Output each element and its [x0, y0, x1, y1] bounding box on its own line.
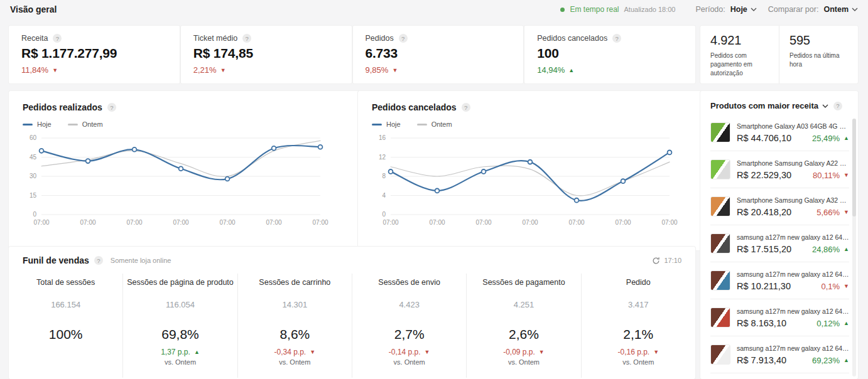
product-price-row: R$ 22.529,3080,11%▼: [737, 170, 849, 180]
svg-text:12: 12: [379, 154, 386, 161]
compare-select[interactable]: Ontem: [823, 5, 858, 14]
arrow-up-icon: ▲: [568, 67, 574, 73]
arrow-down-icon: ▼: [653, 349, 659, 355]
products-scrollbar[interactable]: [852, 119, 856, 376]
funnel-vs-label: vs. Ontem: [238, 358, 352, 366]
legend-item-hoje[interactable]: Hoje: [372, 120, 401, 128]
svg-text:15: 15: [30, 192, 37, 199]
legend-item-ontem[interactable]: Ontem: [68, 120, 103, 128]
arrow-down-icon: ▼: [539, 349, 545, 355]
kpi-label-row: Pedidos cancelados?: [537, 34, 683, 43]
product-thumbnail: [710, 196, 730, 216]
kpi-label: Receita: [21, 34, 48, 43]
product-thumbnail: [710, 159, 730, 179]
product-info: Smartphone Galaxy A03 64GB 4G Wi-…R$ 44.…: [737, 122, 849, 143]
product-list-item[interactable]: Smartphone Samsung Galaxy A32 12…R$ 20.4…: [710, 188, 849, 225]
topbar: Visão geral Em tempo real Atualizado 18:…: [0, 0, 868, 19]
orders-cancelled-chart-panel: Pedidos cancelados ? HojeOntem 048121607…: [358, 91, 723, 250]
kpi-delta-value: 11,84%: [21, 65, 48, 75]
legend-item-hoje[interactable]: Hoje: [23, 120, 52, 128]
arrow-down-icon: ▼: [844, 283, 849, 289]
kpi-delta-value: 2,21%: [193, 65, 217, 75]
svg-text:07:00: 07:00: [429, 219, 445, 226]
funnel-refresh[interactable]: 17:10: [652, 257, 681, 265]
side-counter-value: 595: [789, 33, 853, 48]
orders-made-chart-panel: Pedidos realizados ? HojeOntem 015304560…: [9, 91, 374, 250]
product-price-row: R$ 10.211,300,1%▼: [737, 281, 849, 291]
help-icon[interactable]: ?: [612, 34, 621, 43]
funnel-subtitle: Somente loja online: [111, 257, 171, 264]
kpi-card: Pedidos?6.7339,85%▼: [353, 26, 524, 83]
chevron-down-icon: [822, 104, 828, 108]
help-icon[interactable]: ?: [53, 34, 62, 43]
product-name: samsung a127m new galaxy a12 64gb…: [737, 270, 849, 278]
legend-swatch: [23, 124, 33, 125]
product-list-item[interactable]: Smartphone Galaxy A03 64GB 4G Wi-…R$ 44.…: [710, 114, 849, 151]
funnel-stage-percent: 100%: [9, 327, 122, 342]
funnel-delta-value: -0,14 p.p.: [389, 348, 421, 356]
legend-label: Ontem: [431, 120, 452, 128]
chart-legend: HojeOntem: [372, 120, 709, 128]
product-list-item[interactable]: Smartphone Samsung Galaxy A22 12…R$ 22.5…: [710, 151, 849, 188]
product-name: Smartphone Samsung Galaxy A22 12…: [737, 159, 849, 167]
arrow-down-icon: ▼: [52, 67, 58, 73]
svg-text:07:00: 07:00: [522, 219, 538, 226]
product-list-item[interactable]: samsung a127m new galaxy a12 64gb…R$ 8.1…: [710, 299, 849, 336]
period-select[interactable]: Hoje: [730, 5, 757, 14]
product-list-item[interactable]: [710, 373, 849, 379]
svg-text:8: 8: [382, 173, 386, 179]
products-title-row[interactable]: Produtos com maior receita ?: [710, 101, 849, 110]
last-updated-label: Atualizado 18:00: [624, 6, 676, 13]
arrow-down-icon: ▼: [844, 209, 849, 215]
svg-text:07:00: 07:00: [173, 219, 188, 226]
product-name: samsung a127m new galaxy a12 64gb…: [737, 307, 849, 315]
funnel-delta-value: -0,34 p.p.: [274, 348, 307, 356]
help-icon[interactable]: ?: [833, 102, 842, 110]
product-delta: 69,23%▲: [812, 356, 849, 365]
funnel-stage-percent: 2,1%: [582, 327, 695, 342]
svg-text:07:00: 07:00: [568, 219, 584, 226]
kpi-delta: 2,21%▼: [193, 65, 339, 75]
funnel-header: Funil de vendas ? Somente loja online 17…: [9, 247, 695, 265]
product-delta: 80,11%▼: [813, 171, 849, 180]
funnel-stage-header: Sessões de envio: [352, 274, 466, 291]
funnel-stage: Total de sessões166.154100%: [9, 274, 122, 378]
scrollbar-thumb[interactable]: [852, 119, 856, 216]
help-icon[interactable]: ?: [462, 103, 470, 112]
period-label: Período:: [695, 5, 725, 14]
product-delta: 0,1%▼: [821, 282, 849, 291]
product-revenue: R$ 44.706,10: [737, 133, 791, 143]
funnel-title: Funil de vendas: [23, 255, 89, 265]
funnel-stage-delta: 1,37 p.p.▲: [123, 348, 237, 356]
product-name: Smartphone Galaxy A03 64GB 4G Wi-…: [737, 122, 849, 130]
funnel-stage-header: Sessões de carrinho: [238, 274, 352, 291]
help-icon[interactable]: ?: [94, 256, 103, 265]
period-value: Hoje: [730, 5, 747, 14]
product-revenue: R$ 22.529,30: [737, 170, 791, 180]
side-counter: 4.921Pedidos com pagamento em autorizaçã…: [700, 26, 779, 83]
products-title: Produtos com maior receita: [710, 101, 818, 110]
arrow-down-icon: ▼: [844, 172, 849, 178]
product-revenue: R$ 20.418,20: [737, 207, 791, 217]
funnel-stage-percent: 69,8%: [123, 327, 237, 342]
product-list-item[interactable]: samsung a127m new galaxy a12 64gb…R$ 10.…: [710, 262, 849, 299]
help-icon[interactable]: ?: [242, 34, 251, 43]
kpi-delta-value: 9,85%: [366, 65, 389, 75]
funnel-stage-count: 4.251: [467, 300, 580, 309]
svg-text:0: 0: [33, 211, 36, 218]
kpi-value: 100: [537, 46, 683, 61]
side-counters-card: 4.921Pedidos com pagamento em autorizaçã…: [700, 26, 858, 83]
product-price-row: R$ 20.418,205,66%▼: [737, 207, 849, 217]
help-icon[interactable]: ?: [399, 34, 408, 43]
product-list-item[interactable]: samsung a127m new galaxy a12 64gb…R$ 7.9…: [710, 336, 849, 373]
svg-text:07:00: 07:00: [312, 219, 328, 226]
product-name: samsung a127m new galaxy a12 64gb…: [737, 344, 849, 352]
funnel-stage-delta: -0,09 p.p.▼: [467, 348, 580, 356]
product-name: Smartphone Samsung Galaxy A32 12…: [737, 196, 849, 204]
funnel-stage: Sessões de página de produto116.05469,8%…: [122, 274, 237, 378]
product-price-row: R$ 44.706,1025,49%▲: [737, 133, 849, 143]
product-list-item[interactable]: samsung a127m new galaxy a12 64gb…R$ 17.…: [710, 225, 849, 262]
funnel-stage-header: Sessões de pagamento: [467, 274, 580, 291]
legend-item-ontem[interactable]: Ontem: [417, 120, 452, 128]
help-icon[interactable]: ?: [107, 103, 116, 112]
